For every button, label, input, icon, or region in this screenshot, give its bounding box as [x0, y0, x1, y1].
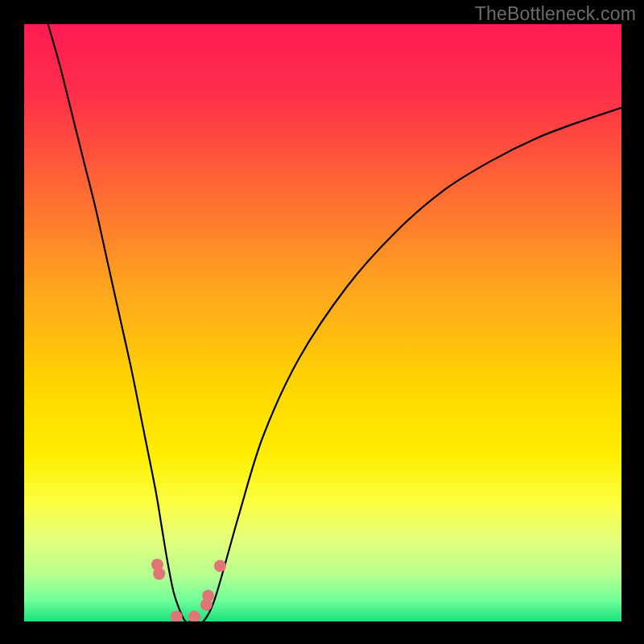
chart-svg: [24, 24, 621, 621]
data-marker: [202, 590, 214, 602]
plot-area: [24, 24, 621, 621]
chart-container: TheBottleneck.com: [0, 0, 644, 644]
gradient-background: [24, 24, 621, 621]
data-marker: [214, 559, 226, 572]
attribution-label: TheBottleneck.com: [475, 3, 636, 25]
data-marker: [153, 568, 165, 580]
